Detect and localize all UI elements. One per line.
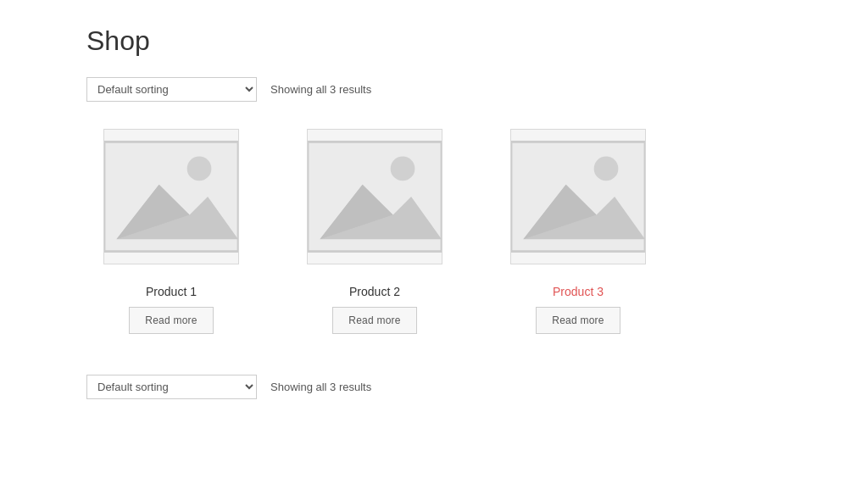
product-name-2: Product 2 (349, 285, 400, 298)
placeholder-image-icon (308, 130, 442, 264)
read-more-button-3[interactable]: Read more (536, 307, 620, 334)
product-name-1: Product 1 (146, 285, 197, 298)
svg-point-1 (187, 157, 212, 181)
product-image-3 (510, 129, 646, 264)
sort-select-bottom[interactable]: Default sorting Sort by popularity Sort … (86, 375, 257, 399)
product-card-1: Product 1 Read more (86, 129, 256, 334)
placeholder-image-icon (511, 130, 645, 264)
product-card-3: Product 3 Read more (493, 129, 663, 334)
placeholder-image-icon (104, 130, 238, 264)
product-name-3: Product 3 (553, 285, 604, 298)
svg-point-5 (391, 157, 415, 181)
read-more-button-1[interactable]: Read more (129, 307, 214, 334)
sort-select-top[interactable]: Default sorting Sort by popularity Sort … (86, 77, 257, 102)
results-count-bottom: Showing all 3 results (270, 381, 371, 393)
toolbar-bottom: Default sorting Sort by popularity Sort … (86, 375, 782, 399)
page-wrapper: Shop Default sorting Sort by popularity … (53, 0, 815, 425)
product-image-1 (103, 129, 239, 264)
toolbar-top: Default sorting Sort by popularity Sort … (86, 77, 782, 102)
product-card-2: Product 2 Read more (290, 129, 459, 334)
results-count-top: Showing all 3 results (270, 83, 371, 96)
page-title: Shop (86, 25, 782, 57)
products-grid: Product 1 Read more Product 2 Read more (86, 129, 782, 334)
read-more-button-2[interactable]: Read more (332, 307, 417, 334)
product-image-2 (307, 129, 442, 264)
svg-point-9 (594, 157, 619, 181)
